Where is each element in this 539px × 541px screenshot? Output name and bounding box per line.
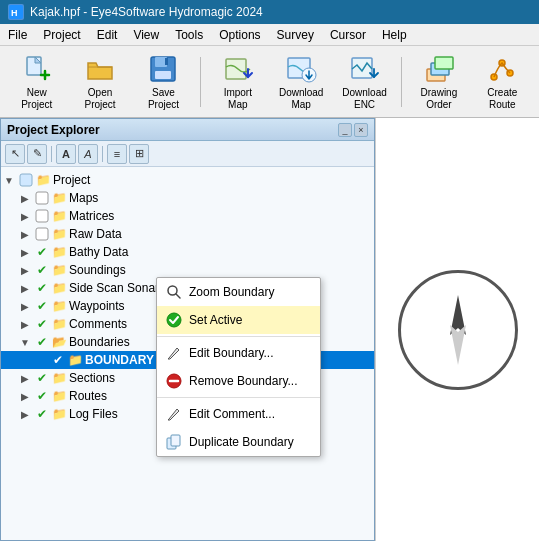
tree-label-bathy-data: Bathy Data (69, 245, 128, 259)
download-enc-button[interactable]: DownloadENC (336, 52, 393, 112)
panel-close-button[interactable]: × (354, 123, 368, 137)
checkbox-matrices[interactable] (35, 209, 49, 223)
context-menu: Zoom Boundary Set Active (156, 277, 321, 457)
align-right-tool[interactable]: ⊞ (129, 144, 149, 164)
open-project-button[interactable]: OpenProject (71, 52, 128, 112)
checkbox-soundings[interactable]: ✔ (35, 263, 49, 277)
checkbox-waypoints[interactable]: ✔ (35, 299, 49, 313)
create-route-label: CreateRoute (487, 87, 517, 111)
menu-project[interactable]: Project (35, 24, 88, 45)
menu-view[interactable]: View (125, 24, 167, 45)
svg-line-26 (176, 294, 180, 298)
svg-rect-33 (171, 435, 180, 446)
compass (398, 270, 518, 390)
tree-label-raw-data: Raw Data (69, 227, 122, 241)
ctx-duplicate-boundary[interactable]: Duplicate Boundary (157, 428, 320, 456)
drawing-order-label: DrawingOrder (421, 87, 458, 111)
tree-label-sections: Sections (69, 371, 115, 385)
checkbox-maps[interactable] (35, 191, 49, 205)
expand-boundary[interactable] (33, 352, 49, 368)
expand-routes[interactable]: ▶ (17, 388, 33, 404)
new-project-button[interactable]: NewProject (8, 52, 65, 112)
checkbox-routes[interactable]: ✔ (35, 389, 49, 403)
tree-item-bathy-data[interactable]: ▶ ✔ 📁 Bathy Data (1, 243, 374, 261)
import-map-button[interactable]: ImportMap (209, 52, 266, 112)
download-enc-icon (349, 53, 381, 85)
compass-arrow-svg (408, 280, 508, 380)
menu-bar: File Project Edit View Tools Options Sur… (0, 24, 539, 46)
ctx-zoom-boundary-label: Zoom Boundary (189, 285, 274, 299)
checkbox-comments[interactable]: ✔ (35, 317, 49, 331)
drawing-order-button[interactable]: DrawingOrder (410, 52, 467, 112)
ctx-set-active[interactable]: Set Active (157, 306, 320, 334)
expand-waypoints[interactable]: ▶ (17, 298, 33, 314)
expand-project[interactable]: ▼ (1, 172, 17, 188)
expand-sections[interactable]: ▶ (17, 370, 33, 386)
tree-label-side-scan-sonar: Side Scan Sonar (69, 281, 159, 295)
expand-log-files[interactable]: ▶ (17, 406, 33, 422)
cursor-tool[interactable]: ↖ (5, 144, 25, 164)
menu-file[interactable]: File (0, 24, 35, 45)
tree-item-project[interactable]: ▼ 📁 Project (1, 171, 374, 189)
checkbox-project[interactable] (19, 173, 33, 187)
italic-a-tool[interactable]: A (78, 144, 98, 164)
menu-edit[interactable]: Edit (89, 24, 126, 45)
expand-soundings[interactable]: ▶ (17, 262, 33, 278)
save-project-button[interactable]: SaveProject (135, 52, 192, 112)
right-panel (375, 118, 539, 541)
ctx-zoom-boundary[interactable]: Zoom Boundary (157, 278, 320, 306)
ctx-edit-comment[interactable]: Edit Comment... (157, 400, 320, 428)
tree-label-log-files: Log Files (69, 407, 118, 421)
checkbox-raw-data[interactable] (35, 227, 49, 241)
download-map-button[interactable]: DownloadMap (272, 52, 329, 112)
tree-item-maps[interactable]: ▶ 📁 Maps (1, 189, 374, 207)
panel-minimize-button[interactable]: _ (338, 123, 352, 137)
checkbox-log-files[interactable]: ✔ (35, 407, 49, 421)
checkbox-bathy-data[interactable]: ✔ (35, 245, 49, 259)
checkbox-side-scan-sonar[interactable]: ✔ (35, 281, 49, 295)
open-project-label: OpenProject (85, 87, 116, 111)
ctx-remove-boundary[interactable]: Remove Boundary... (157, 367, 320, 395)
tree-item-matrices[interactable]: ▶ 📁 Matrices (1, 207, 374, 225)
tree-label-boundary: BOUNDARY (85, 353, 154, 367)
checkbox-boundary[interactable]: ✔ (51, 353, 65, 367)
tree-label-maps: Maps (69, 191, 98, 205)
align-left-tool[interactable]: ≡ (107, 144, 127, 164)
folder-log-files-icon: 📁 (51, 406, 67, 422)
svg-rect-24 (36, 228, 48, 240)
menu-options[interactable]: Options (211, 24, 268, 45)
folder-comments-icon: 📁 (51, 316, 67, 332)
folder-routes-icon: 📁 (51, 388, 67, 404)
tree-label-comments: Comments (69, 317, 127, 331)
menu-tools[interactable]: Tools (167, 24, 211, 45)
expand-raw-data[interactable]: ▶ (17, 226, 33, 242)
app-icon: H (8, 4, 24, 20)
tree-label-soundings: Soundings (69, 263, 126, 277)
bold-a-tool[interactable]: A (56, 144, 76, 164)
tree-item-raw-data[interactable]: ▶ 📁 Raw Data (1, 225, 374, 243)
tree-label-boundaries: Boundaries (69, 335, 130, 349)
panel-title: Project Explorer (7, 123, 100, 137)
expand-maps[interactable]: ▶ (17, 190, 33, 206)
main-area: Project Explorer _ × ↖ ✎ A A ≡ ⊞ ▼ (0, 118, 539, 541)
expand-matrices[interactable]: ▶ (17, 208, 33, 224)
checkbox-sections[interactable]: ✔ (35, 371, 49, 385)
expand-comments[interactable]: ▶ (17, 316, 33, 332)
tree-label-project: Project (53, 173, 90, 187)
expand-boundaries[interactable]: ▼ (17, 334, 33, 350)
menu-survey[interactable]: Survey (269, 24, 322, 45)
menu-help[interactable]: Help (374, 24, 415, 45)
toolbar-divider-1 (200, 57, 201, 107)
edit-tool[interactable]: ✎ (27, 144, 47, 164)
create-route-button[interactable]: CreateRoute (474, 52, 531, 112)
tree-label-routes: Routes (69, 389, 107, 403)
ctx-edit-boundary[interactable]: Edit Boundary... (157, 339, 320, 367)
svg-rect-9 (226, 59, 246, 79)
ctx-remove-boundary-label: Remove Boundary... (189, 374, 298, 388)
ctx-set-active-label: Set Active (189, 313, 242, 327)
menu-cursor[interactable]: Cursor (322, 24, 374, 45)
folder-waypoints-icon: 📁 (51, 298, 67, 314)
checkbox-boundaries[interactable]: ✔ (35, 335, 49, 349)
expand-bathy-data[interactable]: ▶ (17, 244, 33, 260)
expand-side-scan-sonar[interactable]: ▶ (17, 280, 33, 296)
